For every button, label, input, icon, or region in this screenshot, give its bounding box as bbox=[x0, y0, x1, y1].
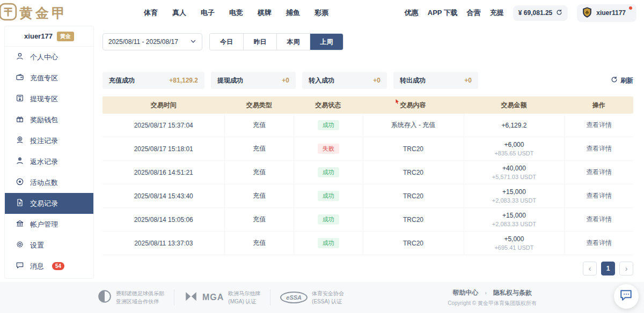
table-row: 2025/08/17 15:37:04 充值 成功 系统存入 - 充值 +6,1… bbox=[103, 114, 633, 137]
summary-value: +0 bbox=[464, 77, 472, 84]
prev-page-button[interactable]: ‹ bbox=[583, 262, 597, 275]
deposit-wallet-icon bbox=[16, 73, 24, 83]
vip-level-badge: 黄金 bbox=[57, 32, 74, 41]
help-center-link[interactable]: 帮助中心 bbox=[452, 288, 478, 297]
topbar-right: 优惠 APP 下载 合营 充提 ¥ 69,081.25 xiuer1177 bbox=[405, 4, 636, 22]
sidebar-item-deposit[interactable]: 充值专区 bbox=[5, 68, 93, 88]
mga-logo bbox=[184, 291, 198, 304]
cell-content: TRC20 bbox=[363, 184, 464, 207]
date-range-picker[interactable]: 2025/08/11 - 2025/08/17 bbox=[103, 33, 202, 50]
sidebar-item-label: 投注记录 bbox=[30, 136, 58, 146]
sidebar-item-label: 奖励钱包 bbox=[30, 115, 58, 125]
cell-time: 2025/08/16 14:51:21 bbox=[103, 161, 224, 184]
amount-main: +5,000 bbox=[504, 235, 524, 243]
cell-status: 失败 bbox=[294, 137, 363, 160]
view-details-link[interactable]: 查看详情 bbox=[586, 121, 612, 130]
message-count-badge: 54 bbox=[52, 262, 64, 270]
view-details-link[interactable]: 查看详情 bbox=[586, 191, 612, 200]
nav-item[interactable]: 电竞 bbox=[229, 8, 243, 18]
next-page-button[interactable]: › bbox=[619, 262, 633, 275]
summary-row: 充值成功 +81,129.2 提现成功 +0 转入成功 +0 bbox=[103, 72, 633, 89]
sidebar-item-messages[interactable]: 消息 54 bbox=[5, 256, 93, 277]
period-tab[interactable]: 本周 bbox=[276, 34, 310, 50]
sidebar-item-label: 提现专区 bbox=[30, 94, 58, 104]
summary-value: +0 bbox=[282, 77, 289, 84]
sidebar-item-label: 充值专区 bbox=[30, 73, 58, 83]
sidebar-item-personal-center[interactable]: 个人中心 bbox=[5, 47, 93, 68]
top-link[interactable]: 合营 bbox=[467, 8, 481, 18]
page-number-button[interactable]: 1 bbox=[601, 262, 615, 275]
period-tab[interactable]: 今日 bbox=[210, 34, 243, 50]
site-logo[interactable]: 黄金甲 bbox=[0, 3, 68, 23]
nav-item[interactable]: 彩票 bbox=[314, 8, 328, 18]
view-details-link[interactable]: 查看详情 bbox=[586, 215, 612, 224]
balance-pill[interactable]: ¥ 69,081.25 bbox=[513, 5, 568, 21]
view-details-link[interactable]: 查看详情 bbox=[586, 239, 612, 248]
refresh-balance-icon[interactable] bbox=[556, 9, 562, 17]
privacy-terms-link[interactable]: 隐私权与条款 bbox=[493, 288, 532, 297]
summary-pill: 提现成功 +0 bbox=[211, 72, 296, 89]
gear-icon bbox=[16, 240, 24, 250]
nav-item[interactable]: 电子 bbox=[201, 8, 215, 18]
sidebar-item-transaction-records[interactable]: 交易记录 bbox=[5, 193, 93, 214]
sidebar-item-account-management[interactable]: 帐户管理 bbox=[5, 214, 93, 235]
cell-type: 充值 bbox=[224, 161, 294, 184]
partner-text: 体育安全协会 (ESSA) 认证 bbox=[312, 289, 344, 306]
sidebar-item-activity-points[interactable]: 活动点数 bbox=[5, 172, 93, 193]
cell-content: TRC20 bbox=[363, 208, 464, 231]
nav-item[interactable]: 体育 bbox=[144, 8, 158, 18]
status-badge: 成功 bbox=[318, 214, 339, 225]
sidebar-item-bet-records[interactable]: 投注记录 bbox=[5, 130, 93, 151]
sidebar-item-label: 个人中心 bbox=[30, 53, 58, 62]
view-details-link[interactable]: 查看详情 bbox=[586, 168, 612, 177]
period-tab[interactable]: 上周 bbox=[310, 34, 343, 50]
top-link[interactable]: APP 下载 bbox=[428, 8, 458, 18]
sidebar-user: xiuer177 黄金 bbox=[5, 26, 93, 47]
customer-service-chat-button[interactable] bbox=[614, 284, 639, 309]
star-circle-icon bbox=[16, 177, 24, 188]
partner-text: 费耶诺德足球俱乐部 亚洲区域合作伙伴 bbox=[116, 289, 164, 306]
view-details-link[interactable]: 查看详情 bbox=[586, 144, 612, 153]
top-link[interactable]: 优惠 bbox=[405, 8, 419, 18]
amount-main: +6,129.2 bbox=[501, 122, 526, 129]
sidebar-item-label: 交易记录 bbox=[30, 199, 58, 208]
period-tabs: 今日 昨日 本周 上周 bbox=[209, 33, 343, 50]
logo-text: 黄金甲 bbox=[19, 4, 68, 22]
summary-pill: 转入成功 +0 bbox=[302, 72, 387, 89]
cell-amount: +15,000 +2,083.33 USDT bbox=[464, 208, 565, 231]
period-tab[interactable]: 昨日 bbox=[243, 34, 276, 50]
column-header-amount: 交易金额 bbox=[464, 101, 565, 110]
sidebar-item-label: 帐户管理 bbox=[30, 220, 58, 229]
cell-status: 成功 bbox=[294, 208, 363, 231]
status-badge: 失败 bbox=[318, 144, 339, 154]
cell-type: 充值 bbox=[224, 137, 294, 160]
divider bbox=[270, 289, 270, 305]
sidebar-item-rebate-records[interactable]: 返水记录 bbox=[5, 151, 93, 172]
sidebar-item-reward-wallet[interactable]: 奖励钱包 bbox=[5, 109, 93, 130]
partner-text: 欧洲马尔他牌 (MGA) 认证 bbox=[228, 289, 260, 306]
nav-item[interactable]: 捕鱼 bbox=[286, 8, 300, 18]
sidebar-item-settings[interactable]: 设置 bbox=[5, 235, 93, 256]
cell-type: 充值 bbox=[224, 232, 294, 255]
nav-item[interactable]: 棋牌 bbox=[258, 8, 272, 18]
user-menu[interactable]: xiuer1177 bbox=[577, 4, 636, 22]
summary-value: +81,129.2 bbox=[169, 77, 198, 84]
nav-item[interactable]: 真人 bbox=[172, 8, 186, 18]
cell-time: 2025/08/17 15:18:01 bbox=[103, 137, 224, 160]
cell-time: 2025/08/14 15:05:06 bbox=[103, 208, 224, 231]
cell-content: 系统存入 - 充值 bbox=[363, 114, 464, 137]
cell-type: 充值 bbox=[224, 208, 294, 231]
refresh-button[interactable]: 刷新 bbox=[611, 76, 633, 85]
amount-main: +40,000 bbox=[502, 165, 526, 172]
table-row: 2025/08/11 13:37:03 充值 成功 TRC20 +5,000 +… bbox=[103, 232, 633, 255]
mouse-cursor-icon bbox=[395, 99, 400, 106]
summary-label: 提现成功 bbox=[217, 76, 243, 85]
sidebar-item-withdraw[interactable]: 提现专区 bbox=[5, 88, 93, 109]
partner-feyenoord: 费耶诺德足球俱乐部 亚洲区域合作伙伴 bbox=[98, 289, 164, 306]
cell-status: 成功 bbox=[294, 232, 363, 255]
sidebar: xiuer177 黄金 个人中心 充值专区 提现专区 奖励钱包 投注记录 bbox=[4, 26, 94, 279]
top-link[interactable]: 充提 bbox=[490, 8, 504, 18]
column-header-status: 交易状态 bbox=[294, 101, 363, 110]
gift-icon bbox=[16, 115, 24, 125]
status-badge: 成功 bbox=[318, 191, 339, 201]
